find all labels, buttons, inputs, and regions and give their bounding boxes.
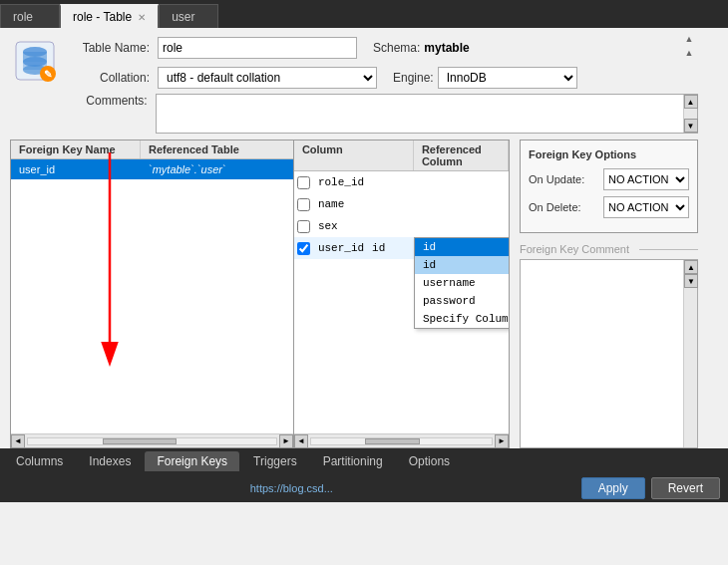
fk-comment-label: Foreign Key Comment (520, 243, 629, 255)
dropdown-item-password[interactable]: password (415, 292, 509, 310)
columns-body: role_id name sex user_i (294, 171, 509, 433)
collation-select[interactable]: utf8 - default collation (158, 67, 377, 89)
col-row-role_id[interactable]: role_id (294, 171, 509, 193)
tab-indexes[interactable]: Indexes (77, 451, 143, 471)
fk-list-body: user_id `mytable`.`user` (11, 159, 293, 433)
svg-text:✎: ✎ (44, 69, 52, 80)
hscroll-left-btn[interactable]: ◄ (11, 434, 25, 448)
fk-comment-section: Foreign Key Comment ▲ ▼ (520, 243, 698, 448)
fk-list-header: Foreign Key Name Referenced Table (11, 141, 293, 159)
close-icon[interactable]: ✕ (138, 12, 146, 23)
tab-options[interactable]: Options (397, 451, 462, 471)
fk-name-header: Foreign Key Name (11, 141, 141, 158)
table-name-input[interactable] (158, 37, 357, 59)
fk-options-box: Foreign Key Options On Update: NO ACTION… (520, 140, 698, 233)
fk-comment-scrollbar: ▲ ▼ (683, 260, 697, 447)
on-delete-select[interactable]: NO ACTION RESTRICT CASCADE SET NULL (603, 196, 689, 218)
scroll-up-icon[interactable]: ▲ (680, 34, 698, 48)
columns-panel: Column Referenced Column role_id name (294, 140, 510, 448)
cols-hscroll-right[interactable]: ► (495, 434, 509, 448)
scroll-up-btn[interactable]: ▲ (684, 95, 698, 109)
fk-comment-box: ▲ ▼ (520, 259, 698, 448)
scroll-down-icon[interactable]: ▲ (680, 48, 698, 62)
tab-role-table-label: role - Table (73, 10, 132, 24)
comments-label: Comments: (68, 94, 156, 108)
fk-name-cell: user_id (11, 161, 141, 177)
dropdown-item-specify[interactable]: Specify Column... (415, 310, 509, 328)
on-delete-row: On Delete: NO ACTION RESTRICT CASCADE SE… (529, 196, 689, 218)
bottom-tabs-bar: Columns Indexes Foreign Keys Triggers Pa… (0, 448, 728, 474)
on-delete-label: On Delete: (529, 201, 603, 213)
fk-comment-textarea[interactable] (521, 260, 683, 447)
tab-user[interactable]: user (159, 4, 218, 28)
column-header: Column (294, 141, 414, 170)
col-check-user_id[interactable] (294, 242, 314, 255)
tab-partitioning[interactable]: Partitioning (311, 451, 395, 471)
dropdown-item-username[interactable]: username (415, 274, 509, 292)
col-name-user_id: user_id (314, 240, 368, 256)
fk-list-panel: Foreign Key Name Referenced Table user_i… (10, 140, 294, 448)
tab-triggers[interactable]: Triggers (241, 451, 309, 471)
cols-hscrollbar: ◄ ► (294, 433, 509, 447)
engine-label: Engine: (393, 71, 434, 85)
cols-hscroll-track[interactable] (310, 437, 493, 445)
schema-label: Schema: (373, 41, 420, 55)
ref-col-role_id (368, 180, 509, 184)
fk-options-title: Foreign Key Options (529, 148, 689, 160)
revert-button[interactable]: Revert (651, 477, 720, 499)
col-check-name[interactable] (294, 198, 314, 211)
col-name-role_id: role_id (314, 174, 368, 190)
db-icon: ✎ (12, 38, 58, 87)
tab-foreign-keys[interactable]: Foreign Keys (145, 451, 239, 471)
on-update-row: On Update: NO ACTION RESTRICT CASCADE SE… (529, 168, 689, 190)
col-name-sex: sex (314, 218, 342, 234)
fk-options-panel: Foreign Key Options On Update: NO ACTION… (510, 140, 698, 448)
ref-col-sex (342, 224, 509, 228)
comments-scrollbar: ▲ ▼ (683, 95, 697, 133)
dropdown-item-id2[interactable]: id (415, 256, 509, 274)
status-url: https://blog.csd... (8, 482, 575, 494)
on-update-label: On Update: (529, 173, 603, 185)
tab-role-label: role (13, 10, 33, 24)
col-row-sex[interactable]: sex (294, 215, 509, 237)
collation-label: Collation: (68, 71, 158, 85)
hscroll-thumb (103, 438, 178, 444)
on-update-select[interactable]: NO ACTION RESTRICT CASCADE SET NULL (603, 168, 689, 190)
tab-role[interactable]: role (0, 4, 60, 28)
ref-col-name (348, 202, 509, 206)
ref-column-header: Referenced Column (414, 141, 509, 170)
apply-button[interactable]: Apply (581, 477, 645, 499)
status-bar: https://blog.csd... Apply Revert (0, 474, 728, 502)
ref-table-header: Referenced Table (141, 141, 293, 158)
columns-header: Column Referenced Column (294, 141, 509, 171)
comments-input[interactable] (157, 95, 683, 133)
fk-row[interactable]: user_id `mytable`.`user` (11, 159, 293, 179)
hscroll-track[interactable] (27, 437, 277, 445)
col-check-sex[interactable] (294, 220, 314, 233)
col-name-name: name (314, 196, 348, 212)
col-check-role_id[interactable] (294, 176, 314, 189)
tab-columns[interactable]: Columns (4, 451, 75, 471)
schema-value: mytable (424, 41, 469, 55)
scroll-down-btn[interactable]: ▼ (684, 119, 698, 133)
dropdown-item-id1[interactable]: id (415, 238, 509, 256)
cols-hscroll-left[interactable]: ◄ (294, 434, 308, 448)
tab-user-label: user (172, 10, 194, 24)
comments-wrapper: ▲ ▼ (156, 94, 698, 134)
hscroll-right-btn[interactable]: ► (279, 434, 293, 448)
engine-select[interactable]: InnoDB (438, 67, 577, 89)
cols-hscroll-thumb (365, 438, 419, 444)
tab-bar: role role - Table ✕ user (0, 0, 728, 28)
main-window: role role - Table ✕ user ✎ (0, 0, 728, 565)
col-row-name[interactable]: name (294, 193, 509, 215)
fk-comment-scroll-down[interactable]: ▼ (684, 274, 698, 288)
table-name-label: Table Name: (68, 41, 158, 55)
fk-comment-scroll-up[interactable]: ▲ (684, 260, 698, 274)
ref-column-dropdown: id id username password Specify Column..… (414, 237, 509, 329)
fk-hscrollbar: ◄ ► (11, 433, 293, 447)
tab-role-table[interactable]: role - Table ✕ (60, 4, 159, 28)
ref-table-cell: `mytable`.`user` (141, 161, 293, 177)
